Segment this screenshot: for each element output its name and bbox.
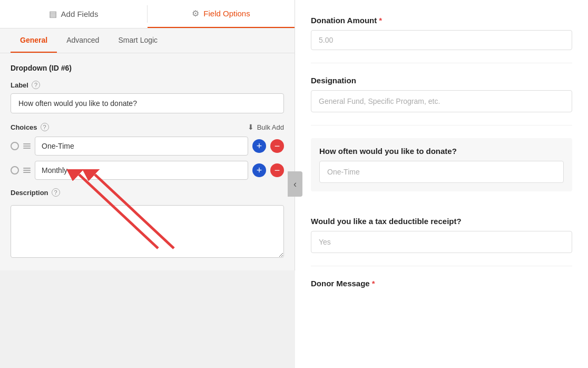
form-field-designation: Designation General Fund, Specific Progr… <box>311 76 572 112</box>
choice-input-2[interactable] <box>35 161 248 180</box>
label-section-title: Label <box>11 81 28 89</box>
sub-tabs: General Advanced Smart Logic <box>0 28 295 53</box>
add-choice-2-button[interactable]: + <box>252 163 266 177</box>
how-often-label: How often would you like to donate? <box>319 147 564 156</box>
sub-tab-smart-logic[interactable]: Smart Logic <box>109 28 167 53</box>
divider-1 <box>311 63 572 63</box>
add-choice-1-button[interactable]: + <box>252 139 266 153</box>
choices-left: Choices ? <box>11 123 49 131</box>
choice-radio-1[interactable] <box>11 142 19 150</box>
choice-row-2: + − <box>11 161 284 180</box>
chevron-left-icon: ‹ <box>293 179 297 190</box>
form-field-donation-amount: Donation Amount * 5.00 <box>311 16 572 50</box>
tab-add-fields[interactable]: ▤ Add Fields <box>0 0 147 28</box>
form-field-donor-message: Donor Message * <box>311 279 572 288</box>
sub-tab-general[interactable]: General <box>11 28 57 53</box>
bulk-add-label: Bulk Add <box>257 123 284 131</box>
required-star-donor: * <box>372 279 375 288</box>
collapse-handle[interactable]: ‹ <box>288 171 302 197</box>
description-label: Description <box>11 189 48 197</box>
choice-radio-2[interactable] <box>11 166 19 175</box>
donor-message-label: Donor Message * <box>311 279 572 288</box>
label-help-icon[interactable]: ? <box>32 81 40 89</box>
description-label-row: Description ? <box>11 188 284 197</box>
tab-header: ▤ Add Fields ⚙ Field Options <box>0 0 295 28</box>
right-panel: Donation Amount * 5.00 Designation Gener… <box>295 0 588 368</box>
choice-row-1: + − <box>11 137 284 156</box>
tab-add-fields-label: Add Fields <box>61 9 99 18</box>
field-options-icon: ⚙ <box>192 8 199 18</box>
bulk-add-icon: ⬇ <box>248 123 254 131</box>
divider-3 <box>311 266 572 266</box>
label-input[interactable] <box>11 93 284 113</box>
tab-field-options-label: Field Options <box>203 9 250 18</box>
bulk-add-button[interactable]: ⬇ Bulk Add <box>248 123 284 131</box>
form-field-tax-receipt: Would you like a tax deductible receipt?… <box>311 217 572 253</box>
required-star-donation: * <box>379 16 382 25</box>
panel-content: Dropdown (ID #6) Label ? Choices ? ⬇ Bul… <box>0 53 295 270</box>
drag-handle-1[interactable] <box>23 143 31 149</box>
description-section: Description ? <box>11 188 284 260</box>
divider-2 <box>311 125 572 125</box>
sub-tab-advanced[interactable]: Advanced <box>57 28 109 53</box>
label-row: Label ? <box>11 81 284 89</box>
description-textarea[interactable] <box>11 205 284 258</box>
choice-input-1[interactable] <box>35 137 248 156</box>
choices-header: Choices ? ⬇ Bulk Add <box>11 123 284 131</box>
drag-handle-2[interactable] <box>23 168 31 173</box>
field-title: Dropdown (ID #6) <box>11 64 284 72</box>
donation-amount-label: Donation Amount * <box>311 16 572 25</box>
tab-field-options[interactable]: ⚙ Field Options <box>148 0 295 28</box>
remove-choice-2-button[interactable]: − <box>270 163 284 177</box>
choices-label: Choices <box>11 123 37 131</box>
description-help-icon[interactable]: ? <box>52 188 60 197</box>
choices-help-icon[interactable]: ? <box>41 123 49 131</box>
add-fields-icon: ▤ <box>49 9 57 19</box>
remove-choice-1-button[interactable]: − <box>270 139 284 153</box>
tax-receipt-label: Would you like a tax deductible receipt? <box>311 217 572 226</box>
spacer-1 <box>311 204 572 217</box>
form-field-how-often: How often would you like to donate? One-… <box>311 138 572 191</box>
designation-label: Designation <box>311 76 572 85</box>
